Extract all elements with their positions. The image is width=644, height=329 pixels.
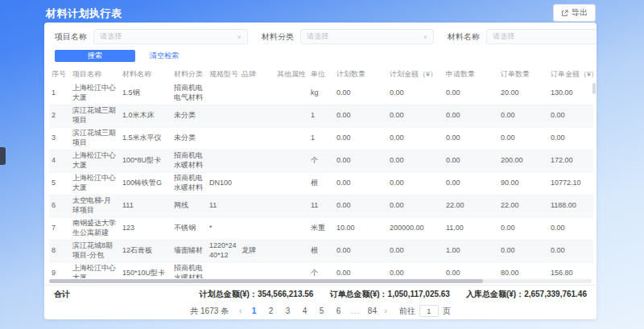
- table-row[interactable]: 3滨江花城三期项目1.5米水平仪未分类10.000.000.000.000.00: [49, 127, 593, 150]
- cell-6: [275, 195, 308, 217]
- cell-5: [239, 82, 275, 105]
- cell-5: 龙牌: [239, 240, 275, 262]
- pagination-goto: 前往 页: [399, 305, 451, 317]
- cell-3: 不锈钢: [171, 217, 207, 240]
- cell-10: 0.00: [444, 172, 498, 195]
- cell-2: 111: [120, 195, 171, 217]
- table-row[interactable]: 1上海松江中心大厦1.5钢招商机电 电气材料kg0.000.000.0020.0…: [49, 82, 593, 105]
- cell-6: [275, 262, 308, 278]
- cell-8: 0.00: [334, 150, 387, 172]
- cell-11: 80.00: [498, 262, 548, 278]
- goto-page-input[interactable]: [419, 305, 439, 317]
- cell-12: 10772.10: [548, 172, 593, 195]
- table-body: 1上海松江中心大厦1.5钢招商机电 电气材料kg0.000.000.0020.0…: [49, 82, 593, 278]
- cell-3: 招商机电 电气材料: [171, 82, 207, 105]
- clear-search-link[interactable]: 清空检索: [150, 51, 179, 61]
- cell-10: 0.00: [444, 262, 498, 278]
- cell-12: 130.00: [548, 82, 593, 105]
- cell-11: 0.00: [498, 217, 548, 240]
- cell-5: [239, 262, 275, 278]
- table-row[interactable]: 7南钢盛达大学生公寓新建123不锈钢*米重10.00200000.0011.00…: [49, 217, 593, 240]
- column-header-5: 品牌: [239, 67, 275, 82]
- cell-11: 0.00: [498, 105, 548, 127]
- cell-8: 0.00: [334, 195, 387, 217]
- cell-0: 2: [49, 105, 70, 127]
- material-category-select[interactable]: 请选择 ∨: [300, 29, 434, 44]
- cell-0: 8: [49, 240, 70, 262]
- cell-8: 0.00: [334, 127, 387, 150]
- cell-3: 墙面辅材: [171, 240, 207, 262]
- cell-0: 1: [49, 82, 70, 105]
- horizontal-scrollbar-thumb[interactable]: [49, 279, 483, 283]
- cell-7: 根: [308, 240, 334, 262]
- cell-6: [275, 105, 308, 127]
- search-button[interactable]: 搜索: [55, 50, 135, 62]
- cell-5: [239, 150, 275, 172]
- cell-0: 4: [49, 150, 70, 172]
- cell-9: 0.00: [387, 105, 444, 127]
- cell-9: 0.00: [387, 240, 444, 262]
- cell-1: 滨江花城8期项目-分包: [70, 240, 120, 262]
- filter-group-category: 材料分类 请选择 ∨: [262, 29, 434, 44]
- pagination-page-4[interactable]: 4: [299, 306, 309, 315]
- summary-total-2: 入库总金额(¥)：2,657,339,761.46: [466, 289, 587, 300]
- chevron-down-icon: ∨: [423, 34, 427, 39]
- cell-6: [275, 172, 308, 195]
- export-button[interactable]: 导出: [553, 4, 596, 22]
- pagination-page-1[interactable]: 1: [249, 306, 258, 315]
- cell-12: 0.00: [548, 217, 593, 240]
- summary-total-0: 计划总金额(¥)：354,566,213.56: [200, 289, 314, 300]
- pagination-page-3[interactable]: 3: [283, 306, 292, 315]
- sidebar-collapse-handle[interactable]: [0, 147, 6, 165]
- cell-3: 招商机电 水暖材料: [171, 172, 207, 195]
- table-row[interactable]: 6太空电梯-月球项目111网线11110.000.0022.0022.00118…: [49, 195, 593, 217]
- page-title: 材料计划执行表: [46, 6, 122, 21]
- cell-10: 11.00: [444, 217, 498, 240]
- table-row[interactable]: 8滨江花城8期项目-分包12石膏板墙面辅材1220*2440*12龙牌根0.00…: [49, 240, 593, 262]
- summary-totals: 计划总金额(¥)：354,566,213.56订单总金额(¥)：1,050,11…: [200, 289, 587, 300]
- material-name-select[interactable]: 请选择 ∨: [486, 29, 597, 44]
- cell-4: [207, 82, 239, 105]
- cell-11: 200.00: [498, 150, 548, 172]
- table-row[interactable]: 4上海松江中心大厦100*8U型卡招商机电 水暖材料个0.000.000.002…: [49, 150, 593, 172]
- cell-12: 0.00: [548, 127, 593, 150]
- pagination-page-84[interactable]: 84: [367, 306, 377, 315]
- filter-group-project: 项目名称 请选择 ∨: [55, 29, 248, 44]
- cell-11: 22.00: [498, 195, 548, 217]
- column-header-0: 序号: [49, 67, 70, 82]
- cell-7: 11: [308, 195, 334, 217]
- project-name-select[interactable]: 请选择 ∨: [93, 29, 248, 44]
- cell-2: 1.5米水平仪: [120, 127, 171, 150]
- cell-6: [275, 217, 308, 240]
- column-header-4: 规格型号: [207, 67, 239, 82]
- cell-6: [275, 240, 308, 262]
- cell-1: 上海松江中心大厦: [70, 262, 120, 278]
- pagination-page-6[interactable]: 6: [333, 306, 343, 315]
- cell-4: DN100: [207, 172, 239, 195]
- column-header-8: 计划数量: [334, 67, 387, 82]
- cell-2: 1.5钢: [120, 82, 171, 105]
- cell-8: 0.00: [334, 172, 387, 195]
- cell-1: 上海松江中心大厦: [70, 172, 120, 195]
- cell-9: 0.00: [387, 150, 444, 172]
- pagination-page-5[interactable]: 5: [316, 306, 326, 315]
- cell-4: 11: [207, 195, 239, 217]
- cell-4: [207, 262, 239, 278]
- pagination-next-button[interactable]: ›: [382, 306, 388, 315]
- cell-2: 100铸铁管G: [120, 172, 171, 195]
- vertical-scrollbar-thumb[interactable]: [592, 83, 596, 94]
- cell-1: 太空电梯-月球项目: [70, 195, 120, 217]
- horizontal-scrollbar-track[interactable]: [49, 279, 592, 283]
- pagination-prev-button[interactable]: ‹: [237, 306, 243, 315]
- cell-9: 0.00: [387, 195, 444, 217]
- filter-bar: 项目名称 请选择 ∨ 材料分类 请选择 ∨ 材料名称 请选择 ∨: [44, 23, 597, 62]
- table-row[interactable]: 2滨江花城三期项目1.0米木床未分类10.000.000.000.000.00: [49, 105, 593, 127]
- cell-7: 个: [308, 262, 334, 278]
- cell-2: 123: [120, 217, 171, 240]
- table-container: 序号项目名称材料名称材料分类规格型号品牌其他属性单位计划数量计划金额（¥）申请数…: [44, 67, 597, 278]
- cell-12: 0.00: [548, 240, 593, 262]
- cell-5: [239, 127, 275, 150]
- table-row[interactable]: 9上海松江中心大厦150*10U型卡招商机电 水暖材料个0.000.000.00…: [49, 262, 593, 278]
- pagination-page-2[interactable]: 2: [266, 306, 275, 315]
- table-row[interactable]: 5上海松江中心大厦100铸铁管G招商机电 水暖材料DN100根0.000.000…: [49, 172, 593, 195]
